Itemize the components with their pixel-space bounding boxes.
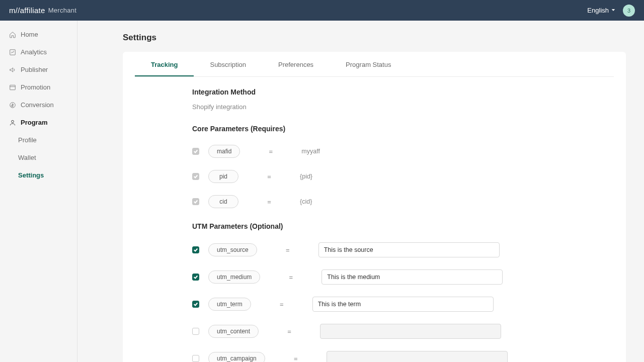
utm-medium-input[interactable] <box>321 269 503 285</box>
tab-subscription[interactable]: Subscription <box>194 52 262 76</box>
param-row-utm-medium: utm_medium = <box>192 269 614 285</box>
sidebar-item-label: Program <box>21 119 47 126</box>
section-title: Integration Method <box>192 88 614 96</box>
settings-card: Tracking Subscription Preferences Progra… <box>123 52 626 362</box>
sidebar-item-label: Promotion <box>21 83 50 91</box>
section-integration: Integration Method Shopify integration <box>135 88 614 111</box>
sidebar-sub-profile[interactable]: Profile <box>0 131 77 149</box>
checkbox[interactable] <box>192 355 199 362</box>
param-chip: mafid <box>208 145 240 158</box>
svg-rect-1 <box>10 85 16 89</box>
checkbox[interactable] <box>192 328 199 335</box>
settings-tabs: Tracking Subscription Preferences Progra… <box>135 52 614 77</box>
param-row-utm-source: utm_source = <box>192 242 614 257</box>
param-chip: cid <box>208 195 238 208</box>
sidebar-item-publisher[interactable]: Publisher <box>0 61 77 78</box>
program-icon <box>9 119 16 126</box>
sidebar-sub-settings[interactable]: Settings <box>0 166 77 184</box>
equals-sign: = <box>267 173 272 180</box>
equals-sign: = <box>293 355 298 363</box>
language-selector[interactable]: English <box>587 7 616 14</box>
analytics-icon <box>9 49 16 56</box>
checkbox[interactable] <box>192 274 199 281</box>
sidebar-item-home[interactable]: Home <box>0 26 77 43</box>
checkbox <box>192 148 199 155</box>
section-core-params: Core Parameters (Requires) mafid = myyaf… <box>135 125 614 208</box>
equals-sign: = <box>268 148 273 155</box>
utm-content-input[interactable] <box>320 324 501 339</box>
header-right: English 3 <box>587 5 635 17</box>
equals-sign: = <box>285 246 290 254</box>
logo-main: m//affiliate <box>9 6 45 15</box>
sidebar-item-program[interactable]: Program <box>0 114 77 131</box>
param-row-cid: cid = {cid} <box>192 195 614 208</box>
sidebar-item-label: Conversion <box>21 101 54 109</box>
param-chip: utm_content <box>208 325 259 338</box>
language-label: English <box>587 7 609 14</box>
content: Settings Tracking Subscription Preferenc… <box>77 21 644 362</box>
conversion-icon <box>9 102 16 109</box>
tab-program-status[interactable]: Program Status <box>330 52 407 76</box>
layout: Home Analytics Publisher Promotion Conve… <box>0 21 644 362</box>
utm-term-input[interactable] <box>312 297 494 312</box>
sidebar-item-label: Analytics <box>21 48 47 56</box>
publisher-icon <box>9 66 16 73</box>
tab-preferences[interactable]: Preferences <box>262 52 330 76</box>
param-row-pid: pid = {pid} <box>192 170 614 183</box>
checkbox[interactable] <box>192 246 199 253</box>
param-chip: pid <box>208 170 238 183</box>
promotion-icon <box>9 84 16 91</box>
logo: m//affiliate Merchant <box>9 6 76 15</box>
equals-sign: = <box>279 301 284 308</box>
checkbox <box>192 198 199 205</box>
param-chip: utm_source <box>208 243 257 256</box>
checkbox[interactable] <box>192 301 199 308</box>
app-header: m//affiliate Merchant English 3 <box>0 0 644 21</box>
param-chip: utm_term <box>208 298 251 311</box>
equals-sign: = <box>288 274 293 281</box>
param-chip: utm_medium <box>208 270 260 284</box>
section-title: Core Parameters (Requires) <box>192 125 614 133</box>
param-chip: utm_campaign <box>208 352 265 362</box>
utm-source-input[interactable] <box>318 242 500 257</box>
param-value: {cid} <box>300 198 614 205</box>
sidebar-item-conversion[interactable]: Conversion <box>0 96 77 114</box>
utm-campaign-input[interactable] <box>327 351 508 362</box>
logo-sub: Merchant <box>48 7 77 14</box>
param-value: myyaff <box>301 148 614 155</box>
sidebar-item-promotion[interactable]: Promotion <box>0 78 77 96</box>
section-title: UTM Parameters (Optional) <box>192 222 614 230</box>
param-row-utm-content: utm_content = <box>192 324 614 339</box>
sidebar-item-label: Publisher <box>21 66 48 73</box>
chevron-down-icon <box>611 7 616 14</box>
sidebar-item-analytics[interactable]: Analytics <box>0 43 77 61</box>
checkbox <box>192 173 199 180</box>
param-row-utm-term: utm_term = <box>192 297 614 312</box>
page-title: Settings <box>123 33 626 43</box>
sidebar-sub-wallet[interactable]: Wallet <box>0 149 77 166</box>
integration-method-text: Shopify integration <box>192 103 614 111</box>
svg-point-4 <box>12 120 14 123</box>
home-icon <box>9 31 16 38</box>
header-left: m//affiliate Merchant <box>9 6 76 15</box>
equals-sign: = <box>267 198 272 206</box>
param-row-mafid: mafid = myyaff <box>192 145 614 158</box>
tab-tracking[interactable]: Tracking <box>135 52 194 76</box>
sidebar-item-label: Home <box>21 31 38 38</box>
equals-sign: = <box>287 328 292 335</box>
param-value: {pid} <box>300 173 614 180</box>
sidebar: Home Analytics Publisher Promotion Conve… <box>0 21 77 362</box>
section-utm-params: UTM Parameters (Optional) utm_source = u… <box>135 222 614 362</box>
avatar[interactable]: 3 <box>623 5 635 17</box>
param-row-utm-campaign: utm_campaign = <box>192 351 614 362</box>
